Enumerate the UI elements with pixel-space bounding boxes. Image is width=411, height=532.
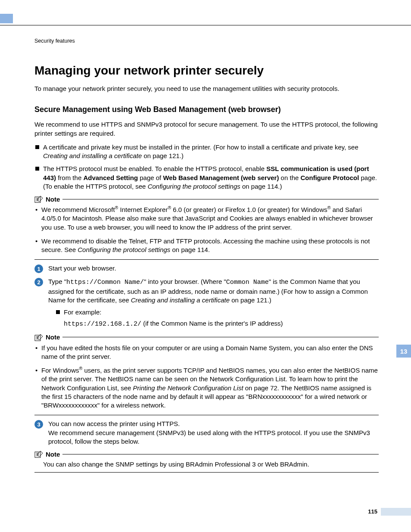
chapter-tab: 13 — [396, 345, 411, 358]
breadcrumb: Security features — [34, 38, 379, 44]
note-block: Note You can also change the SNMP settin… — [34, 450, 379, 473]
note-label: Note — [46, 196, 60, 203]
note-icon — [34, 333, 43, 341]
link-text: Configuring the protocol settings — [148, 183, 240, 190]
step-2: 2 Type "https://Common Name/" into your … — [34, 277, 379, 329]
step-1: 1 Start your web browser. — [34, 264, 379, 273]
code-text: Common Name — [226, 279, 269, 286]
note-item: We recommend to disable the Telnet, FTP … — [34, 237, 379, 255]
intro-paragraph: To manage your network printer securely,… — [34, 84, 379, 93]
note-end-rule — [34, 472, 379, 473]
note-end-rule — [34, 259, 379, 260]
text-bold: Configure Protocol — [301, 174, 359, 181]
example-line: https://192.168.1.2/ (if the Common Name… — [64, 319, 379, 329]
section-intro: We recommend to use HTTPS and SNMPv3 pro… — [34, 120, 379, 138]
code-text: https://Common Name/ — [66, 279, 144, 286]
step-3: 3 You can now access the printer using H… — [34, 420, 379, 446]
note-item: For Windows® users, as the print server … — [34, 366, 379, 410]
note-icon — [34, 450, 43, 458]
text: " into your browser. (Where " — [144, 278, 226, 285]
text: on the — [279, 174, 300, 181]
header-accent-bar — [0, 14, 13, 23]
text: (if the Common Name is the printer's IP … — [141, 320, 283, 327]
note-icon — [34, 195, 43, 203]
link-text: Printing the Network Configuration List — [133, 384, 243, 392]
page-title: Managing your network printer securely — [34, 64, 379, 78]
text: on page 114.) — [240, 183, 282, 190]
note-end-rule — [34, 415, 379, 415]
text: Internet Explorer — [118, 206, 168, 213]
text: We recommend secure management (SNMPv3) … — [48, 429, 379, 446]
step-number-icon: 2 — [34, 278, 43, 286]
note-block: Note We recommend Microsoft® Internet Ex… — [34, 195, 379, 260]
text: For Windows — [41, 367, 79, 374]
text: 6.0 (or greater) or Firefox 1.0 (or grea… — [171, 206, 327, 213]
text: from the — [56, 174, 83, 181]
step-body: Start your web browser. — [48, 264, 379, 273]
text: page of — [138, 174, 163, 181]
text-bold: Advanced Setting — [83, 174, 138, 181]
note-block: Note If you have edited the hosts file o… — [34, 333, 379, 416]
text: on page 121.) — [142, 152, 184, 159]
text: The HTTPS protocol must be enabled. To e… — [43, 165, 266, 172]
registered-mark: ® — [168, 205, 171, 210]
note-item: If you have edited the hosts file on you… — [34, 344, 379, 361]
text: You can now access the printer using HTT… — [48, 420, 379, 428]
text: on page 114. — [170, 246, 210, 253]
link-text: Configuring the protocol settings — [78, 246, 170, 253]
text: on page 121.) — [230, 296, 271, 304]
note-text: You can also change the SNMP settings by… — [43, 460, 379, 468]
note-item: We recommend Microsoft® Internet Explore… — [34, 205, 379, 232]
note-rule — [62, 199, 379, 199]
example-label: For example: — [56, 308, 379, 317]
page-number: 115 — [368, 508, 377, 515]
text: A certificate and private key must be in… — [43, 143, 358, 151]
note-rule — [62, 337, 379, 337]
page-number-bar — [381, 508, 411, 516]
text: We recommend Microsoft — [41, 206, 115, 213]
header-rule — [0, 25, 411, 25]
step-number-icon: 1 — [34, 264, 43, 273]
requirement-item: A certificate and private key must be in… — [34, 143, 379, 161]
note-label: Note — [46, 451, 60, 458]
text: Type " — [48, 278, 66, 285]
requirement-item: The HTTPS protocol must be enabled. To e… — [34, 165, 379, 191]
note-label: Note — [46, 333, 60, 341]
link-text: Creating and installing a certificate — [131, 296, 230, 304]
section-heading: Secure Management using Web Based Manage… — [34, 105, 379, 114]
link-text: Creating and installing a certificate — [43, 152, 142, 159]
note-rule — [62, 454, 379, 454]
text-bold: Web Based Management (web server) — [163, 174, 279, 181]
registered-mark: ® — [327, 205, 331, 210]
step-number-icon: 3 — [34, 420, 43, 429]
code-text: https://192.168.1.2/ — [64, 320, 141, 328]
